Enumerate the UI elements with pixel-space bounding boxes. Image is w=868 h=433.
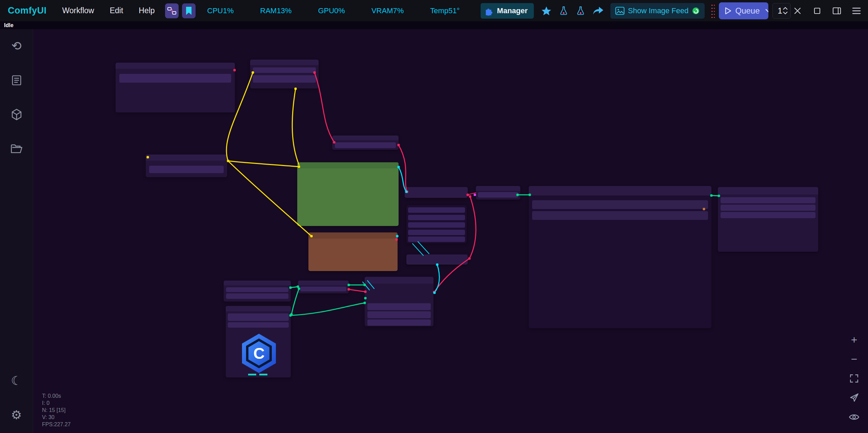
workflow-graph-toggle-button[interactable] (165, 3, 179, 18)
select-mode-button[interactable] (848, 392, 861, 404)
square-icon (813, 7, 821, 15)
graph-node-node-g[interactable] (529, 186, 711, 328)
history-icon[interactable]: ⟲ (10, 39, 23, 53)
node-widget[interactable] (300, 287, 346, 291)
node-title-bar[interactable] (718, 187, 818, 194)
graph-node-node-j[interactable] (298, 281, 349, 293)
star-icon[interactable] (541, 6, 551, 16)
manager-button-label: Manager (497, 6, 527, 15)
clear-queue-button[interactable] (810, 4, 824, 18)
share-arrow-icon[interactable] (593, 6, 604, 15)
manager-button[interactable]: Manager (481, 3, 533, 19)
window-controls (791, 4, 863, 18)
graph-node-node-k[interactable] (365, 277, 433, 326)
graph-node-node-b[interactable] (250, 60, 319, 88)
node-title-bar[interactable] (224, 281, 291, 285)
graph-node-node-brown[interactable] (308, 232, 398, 271)
node-title-bar[interactable] (297, 162, 399, 168)
workflows-folder-icon[interactable] (10, 142, 23, 156)
queue-button[interactable]: Queue (719, 2, 768, 19)
node-widget[interactable] (149, 166, 224, 173)
image-feed-icon (615, 6, 625, 15)
node-title-bar[interactable] (298, 281, 349, 285)
bookmark-toggle-button[interactable] (182, 3, 196, 18)
node-title-bar[interactable] (146, 154, 227, 161)
graph-node-node-e-title[interactable] (405, 187, 468, 198)
graph-node-node-d[interactable] (332, 136, 399, 150)
node-title-bar[interactable] (529, 186, 711, 195)
menu-workflow[interactable]: Workflow (62, 6, 94, 15)
node-widget[interactable] (228, 322, 289, 328)
eye-icon (849, 413, 859, 421)
fit-view-button[interactable] (848, 372, 861, 385)
node-widget[interactable] (367, 303, 431, 310)
graph-node-node-e-body[interactable] (406, 205, 467, 243)
vram-usage: VRAM7% (371, 6, 404, 15)
node-widget[interactable] (367, 311, 431, 318)
model-library-cube-icon[interactable] (10, 108, 23, 121)
graph-node-node-e2[interactable] (406, 254, 468, 265)
node-title-bar[interactable] (226, 306, 291, 311)
interrupt-button[interactable] (791, 4, 804, 18)
comfyui-logo-ring: C (246, 338, 272, 368)
node-widget[interactable] (253, 75, 316, 83)
node-widget[interactable] (532, 200, 708, 209)
node-title-bar[interactable] (308, 232, 398, 239)
node-widget[interactable] (408, 215, 465, 220)
graph-node-node-i[interactable] (224, 281, 291, 302)
queue-options-dropdown[interactable] (765, 2, 769, 19)
system-monitor: CPU1% RAM13% GPU0% VRAM7% Temp51° (207, 6, 460, 15)
node-widget[interactable] (335, 142, 396, 148)
node-widget[interactable] (253, 67, 316, 73)
toggle-panel-button[interactable] (830, 4, 844, 18)
node-widget[interactable] (367, 319, 431, 326)
theme-moon-icon[interactable]: ☾ (10, 374, 23, 388)
node-widget[interactable] (408, 230, 465, 235)
node-title-bar[interactable] (476, 186, 520, 191)
perf-time: T: 0.00s (42, 392, 71, 399)
progress-status-bar: Idle (0, 21, 868, 29)
batch-count-input[interactable]: 1 (772, 3, 791, 19)
main-menu-button[interactable] (850, 4, 863, 18)
graph-node-node-f[interactable] (476, 186, 520, 200)
queue-button-label: Queue (735, 6, 760, 16)
menu-help[interactable]: Help (139, 6, 155, 15)
node-widget[interactable] (408, 236, 465, 242)
node-widget[interactable] (228, 313, 289, 321)
zoom-in-button[interactable]: + (848, 334, 861, 346)
crystools-green-icon (692, 7, 700, 15)
graph-node-node-a[interactable] (116, 63, 235, 112)
menu-edit[interactable]: Edit (110, 6, 123, 15)
flask-icon[interactable] (576, 6, 585, 16)
node-widget[interactable] (721, 212, 815, 218)
hamburger-menu-icon (852, 7, 861, 15)
node-library-icon[interactable] (10, 74, 23, 87)
batch-count-stepper[interactable] (783, 7, 790, 14)
queue-button-main[interactable]: Queue (719, 6, 765, 16)
batch-count-value[interactable]: 1 (773, 6, 783, 16)
node-title-bar[interactable] (250, 60, 319, 65)
paper-plane-icon (849, 393, 859, 403)
flask-icon[interactable] (559, 6, 568, 16)
drag-handle-dots[interactable] (711, 4, 715, 18)
node-widget[interactable] (721, 197, 815, 203)
toggle-visibility-button[interactable] (848, 411, 861, 423)
node-widget[interactable] (532, 211, 708, 220)
sidebar-panel-icon (832, 7, 841, 15)
show-image-feed-button[interactable]: Show Image Feed (610, 3, 705, 19)
settings-gear-icon[interactable]: ⚙ (10, 408, 23, 422)
node-widget[interactable] (721, 205, 815, 211)
node-widget[interactable] (226, 287, 288, 292)
node-widget[interactable] (408, 207, 465, 213)
node-widget[interactable] (119, 74, 231, 83)
node-title-bar[interactable] (365, 277, 433, 284)
graph-node-node-green[interactable] (297, 162, 399, 226)
node-widget[interactable] (226, 293, 288, 299)
graph-node-node-c[interactable] (146, 154, 227, 177)
node-widget[interactable] (408, 222, 465, 228)
graph-node-node-h[interactable] (718, 187, 818, 252)
node-title-bar[interactable] (332, 136, 399, 140)
node-widget[interactable] (478, 192, 518, 198)
zoom-out-button[interactable]: − (848, 353, 861, 365)
node-title-bar[interactable] (116, 63, 235, 69)
